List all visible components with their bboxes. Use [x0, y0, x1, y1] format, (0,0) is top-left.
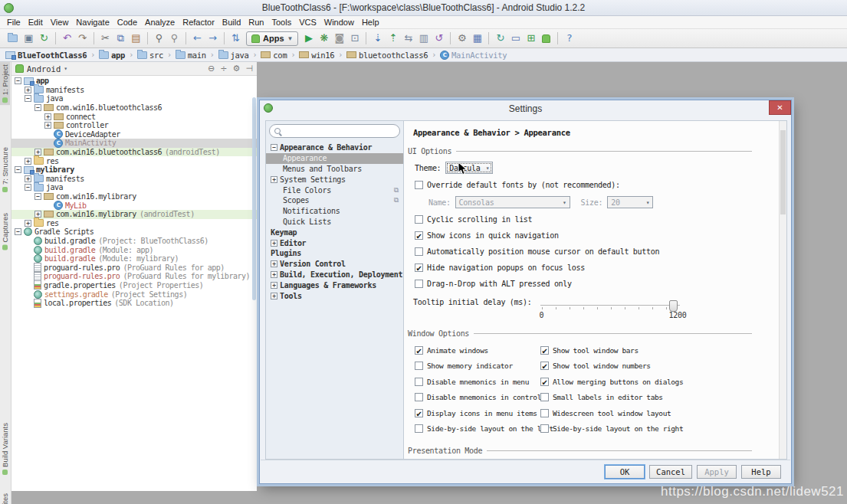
menu-item-navigate[interactable]: Navigate: [72, 18, 113, 27]
menu-item-tools[interactable]: Tools: [268, 18, 295, 27]
checkbox-row[interactable]: Automatically position mouse cursor on d…: [415, 247, 780, 257]
expander-plus-icon[interactable]: +: [25, 175, 31, 182]
settings-tree-item-editor[interactable]: +Editor: [266, 237, 403, 248]
font-size-dropdown[interactable]: 20 ▾: [607, 196, 653, 208]
menu-item-refactor[interactable]: Refactor: [179, 18, 218, 27]
settings-tree-item-scopes[interactable]: Scopes⧉: [266, 195, 403, 206]
settings-tree-item-plugins[interactable]: Plugins: [266, 248, 403, 259]
project-tree-row[interactable]: −Gradle Scripts: [11, 227, 257, 237]
project-tree-row[interactable]: +res: [11, 156, 257, 165]
settings-tree-item-file-colors[interactable]: File Colors⧉: [266, 185, 403, 195]
expander-minus-icon[interactable]: −: [15, 228, 21, 235]
expander-minus-icon[interactable]: −: [34, 193, 41, 200]
settings-tree-item-appearance[interactable]: Appearance: [266, 153, 403, 164]
apply-button[interactable]: Apply: [697, 465, 737, 479]
paste-icon[interactable]: ▤: [129, 31, 143, 46]
override-fonts-row[interactable]: Override default fonts by (not recommend…: [415, 180, 780, 190]
sort-lines-icon[interactable]: ⇅: [228, 31, 243, 46]
expander-plus-icon[interactable]: +: [44, 122, 51, 129]
tool-stripe-button-build-variants[interactable]: Build Variants: [0, 421, 10, 477]
expander-plus-icon[interactable]: +: [271, 271, 277, 278]
menu-item-run[interactable]: Run: [245, 18, 268, 27]
expander-plus-icon[interactable]: +: [34, 211, 41, 218]
expander-plus-icon[interactable]: +: [271, 240, 277, 247]
checkbox[interactable]: [415, 393, 423, 401]
project-tree-row[interactable]: +manifests: [11, 175, 257, 184]
checkbox-row[interactable]: ✔Display icons in menu items: [415, 405, 540, 421]
checkbox-row[interactable]: Small labels in editor tabs: [540, 390, 780, 406]
checkbox-row[interactable]: Widescreen tool window layout: [540, 405, 780, 421]
vcs-commit-icon[interactable]: ⇡: [386, 31, 400, 46]
project-tree-row[interactable]: +res: [11, 219, 257, 228]
redo-icon[interactable]: ↷: [75, 31, 90, 46]
checkbox[interactable]: [540, 393, 549, 401]
expander-plus-icon[interactable]: +: [271, 260, 277, 267]
sdk-manager-icon[interactable]: ⊞: [524, 31, 538, 46]
breadcrumb-item-src[interactable]: src: [136, 51, 165, 60]
settings-tree-item-tools[interactable]: +Tools: [266, 290, 403, 301]
project-structure-icon[interactable]: ▦: [470, 31, 484, 46]
project-tree-row[interactable]: +manifests: [11, 86, 257, 95]
group-modules-icon[interactable]: ÷: [220, 64, 227, 74]
attach-debugger-icon[interactable]: ⊡: [347, 31, 362, 46]
help-button[interactable]: Help: [741, 465, 781, 479]
debug-icon[interactable]: ❋: [317, 31, 331, 46]
checkbox[interactable]: ✔: [415, 263, 423, 272]
project-tree-row[interactable]: −mylibrary: [11, 165, 257, 175]
checkbox[interactable]: ✔: [415, 346, 423, 355]
checkbox[interactable]: [415, 247, 423, 256]
avd-manager-icon[interactable]: ▭: [508, 31, 523, 46]
menu-item-analyze[interactable]: Analyze: [141, 18, 179, 27]
settings-tree-item-appearance-behavior[interactable]: −Appearance & Behavior: [266, 142, 403, 153]
checkbox[interactable]: ✔: [415, 409, 423, 417]
settings-tree-item-version-control[interactable]: +Version Control: [266, 259, 403, 270]
project-tree-row[interactable]: local.properties (SDK Location): [11, 299, 257, 308]
gear-icon[interactable]: ⚙: [233, 64, 241, 74]
tool-stripe-button-favorites[interactable]: Favorites: [0, 491, 10, 504]
find-icon[interactable]: ⚲: [152, 31, 166, 46]
menu-item-window[interactable]: Window: [320, 18, 358, 27]
tool-stripe-button-7-structure[interactable]: 7: Structure: [0, 145, 10, 195]
settings-tree-item-system-settings[interactable]: +System Settings: [266, 174, 403, 185]
menu-item-edit[interactable]: Edit: [25, 18, 47, 27]
hide-panel-icon[interactable]: ⊣: [245, 64, 253, 74]
vcs-compare-icon[interactable]: ⇆: [401, 31, 415, 46]
breadcrumb-item-win16[interactable]: win16: [297, 51, 336, 60]
theme-dropdown[interactable]: Darcula ▾: [445, 162, 493, 174]
run-config-selector[interactable]: Apps▼: [246, 31, 298, 46]
project-tree-row[interactable]: −com.win16.bluetoothclass6: [11, 103, 257, 113]
settings-tree-item-keymap[interactable]: Keymap: [266, 227, 403, 237]
breadcrumb-item-bluetoothclass6[interactable]: BlueToothClass6: [4, 51, 88, 60]
expander-minus-icon[interactable]: −: [271, 144, 277, 151]
settings-tree-item-languages-frameworks[interactable]: +Languages & Frameworks: [266, 280, 403, 290]
tooltip-delay-slider[interactable]: 0 1200: [540, 298, 680, 319]
gradle-sync-icon[interactable]: ↻: [493, 31, 507, 46]
checkbox-row[interactable]: Cyclic scrolling in list: [415, 214, 780, 224]
expander-plus-icon[interactable]: +: [34, 149, 41, 155]
project-tree-row[interactable]: DeviceAdapter: [11, 130, 257, 139]
project-tree-row[interactable]: proguard-rules.pro (ProGuard Rules for m…: [11, 272, 257, 281]
run-icon[interactable]: ▶: [301, 31, 316, 46]
expander-plus-icon[interactable]: +: [25, 158, 31, 165]
override-fonts-checkbox[interactable]: [415, 181, 423, 189]
breadcrumb-item-com[interactable]: com: [259, 51, 288, 60]
checkbox-row[interactable]: ✔Show tool window numbers: [540, 358, 780, 375]
breadcrumb-item-java[interactable]: java: [217, 51, 251, 60]
checkbox-row[interactable]: ✔Allow merging buttons on dialogs: [540, 374, 780, 390]
collapse-all-icon[interactable]: ⊖: [208, 64, 215, 74]
project-tree-row[interactable]: −com.win16.mylibrary: [11, 192, 257, 201]
expander-minus-icon[interactable]: −: [25, 184, 31, 191]
synchronize-icon[interactable]: ↻: [37, 31, 51, 46]
vcs-changes-icon[interactable]: ▥: [416, 31, 431, 46]
project-tree-row[interactable]: settings.gradle (Project Settings): [11, 290, 257, 299]
save-all-icon[interactable]: ▣: [21, 31, 36, 46]
checkbox[interactable]: [415, 215, 423, 224]
expander-minus-icon[interactable]: −: [25, 95, 31, 102]
breadcrumb-item-bluetoothclass6[interactable]: bluetoothclass6: [345, 51, 429, 60]
expander-plus-icon[interactable]: +: [25, 87, 31, 93]
tool-stripe-button-1-project[interactable]: 1: Project: [0, 62, 10, 105]
project-tree-row[interactable]: +com.win16.mylibrary (androidTest): [11, 210, 257, 219]
checkbox[interactable]: ✔: [415, 231, 423, 240]
project-tree-row[interactable]: proguard-rules.pro (ProGuard Rules for a…: [11, 263, 257, 272]
settings-dialog-titlebar[interactable]: Settings: [260, 100, 791, 117]
